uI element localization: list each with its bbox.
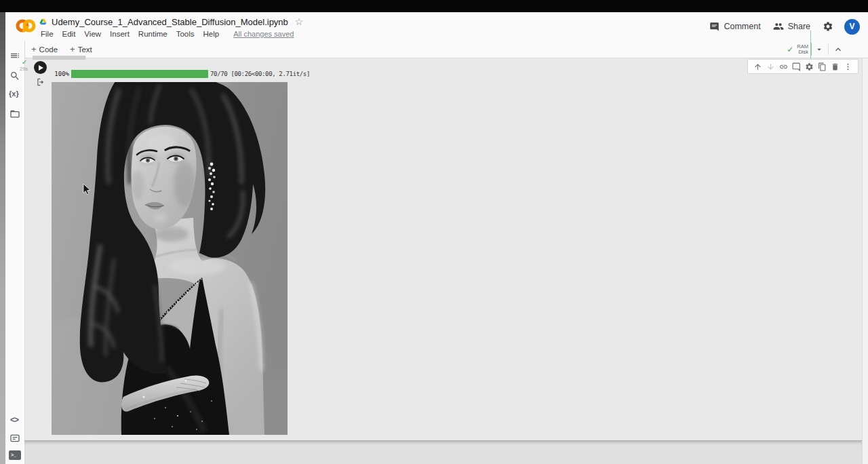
drive-file-icon	[39, 18, 47, 26]
cell-executed-check-icon: ✓	[22, 58, 27, 66]
cell-output-icon[interactable]	[36, 77, 45, 87]
files-icon[interactable]	[9, 109, 20, 119]
share-button[interactable]: Share	[788, 22, 810, 31]
notebook-end-area	[24, 440, 862, 464]
code-snippets-icon[interactable]: <>	[10, 415, 21, 426]
resources-widget[interactable]: ✓ RAM Disk	[787, 43, 844, 56]
code-editor-sliver	[33, 56, 85, 60]
progress-status: 70/70 [00:26<00:00, 2.71it/s]	[210, 71, 310, 78]
output-image-portrait	[52, 82, 288, 435]
menu-view[interactable]: View	[84, 30, 101, 38]
menu-file[interactable]: File	[41, 30, 54, 38]
menu-insert[interactable]: Insert	[110, 30, 130, 38]
menu-runtime[interactable]: Runtime	[138, 30, 167, 38]
window-letterbox-bar	[0, 0, 868, 12]
left-edge-shade	[0, 12, 5, 464]
menu-bar: File Edit View Insert Runtime Tools Help…	[41, 28, 294, 39]
progress-bar	[71, 70, 208, 78]
add-comment-icon[interactable]	[792, 62, 801, 71]
menu-edit[interactable]: Edit	[62, 30, 76, 38]
add-text-button[interactable]: + Text	[70, 44, 92, 54]
command-palette-icon[interactable]	[9, 433, 20, 444]
run-cell-button[interactable]	[34, 61, 47, 74]
dropdown-caret-icon[interactable]	[814, 45, 824, 54]
cell-execution-time: 29s	[20, 66, 28, 72]
comment-button[interactable]: Comment	[724, 22, 760, 31]
cell-toolbar	[747, 59, 859, 74]
plus-icon: +	[31, 44, 37, 54]
autosave-status[interactable]: All changes saved	[233, 30, 294, 38]
move-cell-down-icon[interactable]	[766, 62, 775, 71]
copy-cell-icon[interactable]	[818, 62, 827, 71]
divider	[828, 44, 829, 55]
plus-icon: +	[70, 44, 75, 54]
left-sidebar: {x} <> >_	[5, 41, 25, 464]
notebook-toolbar: + Code + Text ✓ RAM Disk	[24, 41, 868, 58]
terminal-icon[interactable]: >_	[9, 450, 21, 460]
menu-tools[interactable]: Tools	[176, 30, 195, 38]
disk-label: Disk	[798, 49, 808, 55]
more-cell-actions-icon[interactable]	[844, 62, 852, 71]
collapse-sections-icon[interactable]	[833, 44, 844, 55]
copy-link-to-cell-icon[interactable]	[779, 62, 788, 71]
comment-icon[interactable]	[709, 22, 719, 32]
progress-percent: 100%	[49, 70, 69, 78]
delete-cell-icon[interactable]	[831, 62, 840, 71]
menu-help[interactable]: Help	[203, 30, 220, 38]
star-outline-icon[interactable]: ☆	[295, 16, 304, 27]
user-avatar[interactable]: V	[844, 19, 860, 35]
table-of-contents-icon[interactable]	[9, 50, 20, 61]
scroll-gutter[interactable]	[862, 58, 868, 464]
connected-check-icon: ✓	[787, 45, 793, 54]
settings-gear-icon[interactable]	[823, 21, 833, 32]
share-people-icon[interactable]	[773, 21, 784, 32]
add-code-button[interactable]: + Code	[31, 44, 58, 54]
variables-icon[interactable]: {x}	[9, 90, 20, 100]
search-icon[interactable]	[9, 71, 20, 81]
play-icon	[39, 65, 43, 71]
header: Udemy_Course_1_Advanced_Stable_Diffusion…	[5, 12, 868, 41]
editor-settings-icon[interactable]	[805, 62, 814, 71]
mouse-cursor	[83, 184, 91, 195]
notebook-title[interactable]: Udemy_Course_1_Advanced_Stable_Diffusion…	[52, 17, 288, 27]
colab-logo-icon[interactable]	[15, 18, 37, 34]
move-cell-up-icon[interactable]	[753, 62, 762, 71]
